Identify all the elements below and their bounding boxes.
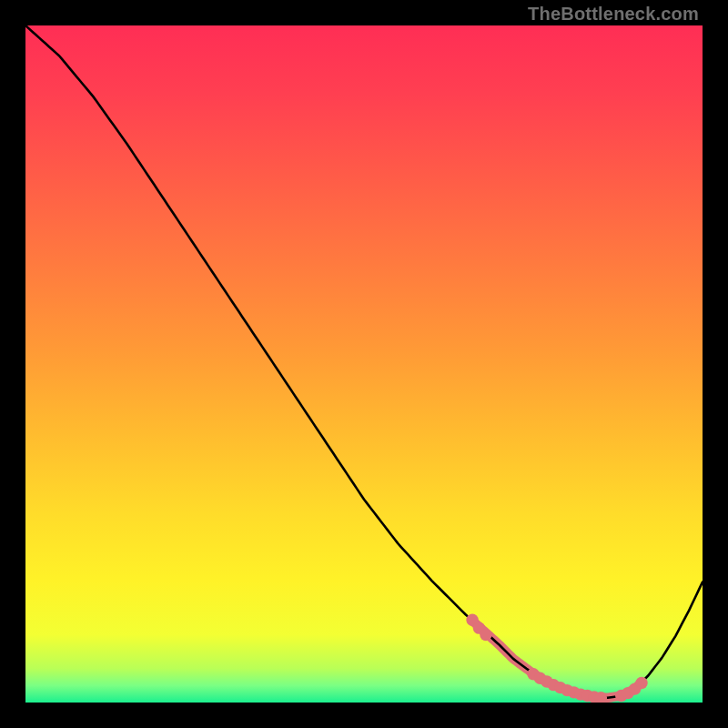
watermark-label: TheBottleneck.com [528,4,699,25]
highlight-dot [480,629,491,641]
bottleneck-curve [25,25,703,698]
highlight-dots [466,614,647,703]
plot-area [25,25,703,703]
curve-layer [25,25,703,703]
highlight-dot [635,677,647,689]
outer-frame: TheBottleneck.com [0,0,728,728]
